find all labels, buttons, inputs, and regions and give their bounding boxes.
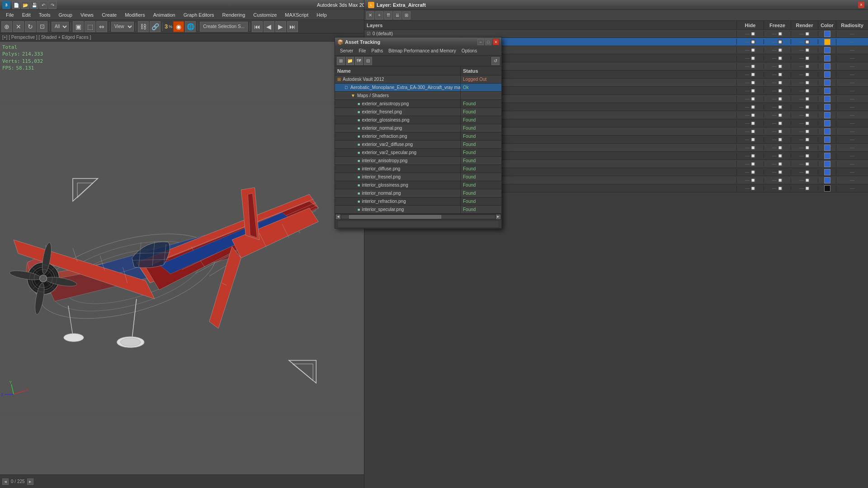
lp-cell-color[interactable] bbox=[818, 96, 836, 102]
at-menu-server[interactable]: Server bbox=[337, 47, 356, 54]
color-swatch[interactable] bbox=[824, 39, 830, 45]
lp-cell-freeze[interactable]: — 🔲 bbox=[764, 161, 791, 166]
color-swatch[interactable] bbox=[824, 120, 830, 127]
selection-filter-dropdown[interactable]: All bbox=[52, 22, 69, 32]
tb-env-icon[interactable]: 🌐 bbox=[185, 21, 196, 32]
color-swatch[interactable] bbox=[824, 128, 830, 135]
view-dropdown[interactable]: View bbox=[111, 22, 134, 32]
lp-tb-down-icon[interactable]: ⇊ bbox=[393, 11, 401, 19]
color-swatch[interactable] bbox=[824, 47, 830, 53]
lp-cell-render[interactable]: — 🔲 bbox=[791, 153, 818, 158]
lp-cell-render[interactable]: — 🔲 bbox=[791, 186, 818, 191]
lp-cell-freeze[interactable]: — 🔲 bbox=[764, 47, 791, 52]
lp-cell-render[interactable]: — 🔲 bbox=[791, 104, 818, 109]
at-row[interactable]: ■ interior_fresnel.png Found bbox=[335, 173, 501, 181]
lp-cell-render[interactable]: — 🔲 bbox=[791, 64, 818, 69]
at-row[interactable]: ⊞ Autodesk Vault 2012 Logged Out bbox=[335, 75, 501, 84]
lp-cell-color[interactable] bbox=[818, 169, 836, 175]
lp-cell-render[interactable]: — 🔲 bbox=[791, 113, 818, 117]
lp-cell-freeze[interactable]: — 🔲 bbox=[764, 113, 791, 117]
at-row[interactable]: ■ exterior_glossiness.png Found bbox=[335, 116, 501, 124]
lp-cell-freeze[interactable]: — 🔲 bbox=[764, 186, 791, 191]
lp-cell-color[interactable] bbox=[818, 112, 836, 118]
lp-cell-hide[interactable]: — 🔲 bbox=[737, 39, 764, 44]
lp-cell-render[interactable]: — 🔲 bbox=[791, 80, 818, 85]
lp-cell-hide[interactable]: — 🔲 bbox=[737, 178, 764, 183]
lp-cell-color[interactable] bbox=[818, 153, 836, 159]
lp-tb-expand-icon[interactable]: ⊞ bbox=[402, 11, 410, 19]
lp-cell-hide[interactable]: — 🔲 bbox=[737, 145, 764, 150]
color-swatch[interactable] bbox=[824, 169, 830, 175]
menu-item-group[interactable]: Group bbox=[55, 11, 76, 19]
menu-item-graph-editors[interactable]: Graph Editors bbox=[180, 11, 218, 19]
at-scroll-right-button[interactable]: ► bbox=[496, 215, 500, 219]
lp-cell-color[interactable] bbox=[818, 136, 836, 143]
color-swatch[interactable] bbox=[824, 136, 830, 143]
at-row[interactable]: ▼ Maps / Shaders bbox=[335, 92, 501, 100]
lp-cell-hide[interactable]: — 🔲 bbox=[737, 186, 764, 191]
at-row[interactable]: ■ interior_anisotropy.png Found bbox=[335, 157, 501, 165]
at-scroll-track[interactable] bbox=[341, 215, 495, 219]
tb-anim3-icon[interactable]: ▶ bbox=[275, 21, 286, 32]
at-tb-map-icon[interactable]: 🗺 bbox=[355, 57, 363, 65]
at-status-input[interactable] bbox=[337, 221, 499, 228]
tb-select-obj-icon[interactable]: ▣ bbox=[73, 21, 84, 32]
color-swatch[interactable] bbox=[824, 31, 830, 37]
at-maximize-button[interactable]: □ bbox=[485, 39, 491, 45]
lp-cell-hide[interactable]: — 🔲 bbox=[737, 88, 764, 93]
lp-cell-color[interactable] bbox=[818, 88, 836, 94]
lp-cell-color[interactable] bbox=[818, 177, 836, 183]
tb-redo-icon[interactable]: ↷ bbox=[48, 1, 57, 9]
tb-save-icon[interactable]: 💾 bbox=[30, 1, 38, 9]
lp-cell-hide[interactable]: — 🔲 bbox=[737, 47, 764, 52]
menu-item-file[interactable]: File bbox=[2, 11, 18, 19]
lp-cell-freeze[interactable]: — 🔲 bbox=[764, 56, 791, 61]
color-swatch[interactable] bbox=[824, 145, 830, 151]
lp-cell-freeze[interactable]: — 🔲 bbox=[764, 104, 791, 109]
tb-select-region-icon[interactable]: ⬚ bbox=[85, 21, 95, 32]
lp-cell-color[interactable] bbox=[818, 161, 836, 167]
lp-cell-hide[interactable]: — 🔲 bbox=[737, 64, 764, 69]
lp-cell-render[interactable]: — 🔲 bbox=[791, 96, 818, 101]
color-swatch[interactable] bbox=[824, 55, 830, 61]
color-swatch[interactable] bbox=[824, 153, 830, 159]
tb-select-icon[interactable]: ⊕ bbox=[1, 21, 12, 32]
color-swatch[interactable] bbox=[824, 104, 830, 110]
menu-item-modifiers[interactable]: Modifiers bbox=[121, 11, 149, 19]
lp-cell-render[interactable]: — 🔲 bbox=[791, 145, 818, 150]
at-tb-refresh-icon[interactable]: ↺ bbox=[491, 57, 500, 65]
tb-rotate-icon[interactable]: ↻ bbox=[25, 21, 36, 32]
lp-cell-color[interactable] bbox=[818, 104, 836, 110]
lp-tb-select-icon[interactable]: ✕ bbox=[366, 11, 374, 19]
lp-cell-freeze[interactable]: — 🔲 bbox=[764, 137, 791, 142]
lp-cell-color[interactable] bbox=[818, 63, 836, 70]
menu-item-rendering[interactable]: Rendering bbox=[219, 11, 249, 19]
at-tb-vault-icon[interactable]: ⊞ bbox=[337, 57, 345, 65]
at-row[interactable]: ■ exterior_normal.png Found bbox=[335, 124, 501, 132]
lp-cell-hide[interactable]: — 🔲 bbox=[737, 72, 764, 77]
lp-cell-freeze[interactable]: — 🔲 bbox=[764, 31, 791, 36]
menu-item-animation[interactable]: Animation bbox=[150, 11, 179, 19]
lp-cell-render[interactable]: — 🔲 bbox=[791, 178, 818, 183]
at-tb-grid-icon[interactable]: ⊟ bbox=[364, 57, 372, 65]
lp-cell-freeze[interactable]: — 🔲 bbox=[764, 72, 791, 77]
at-menu-paths[interactable]: Paths bbox=[369, 47, 386, 54]
menu-item-customize[interactable]: Customize bbox=[250, 11, 280, 19]
at-row[interactable]: ■ interior_normal.png Found bbox=[335, 189, 501, 197]
lp-cell-freeze[interactable]: — 🔲 bbox=[764, 39, 791, 44]
at-row[interactable]: ■ exterior_anisotropy.png Found bbox=[335, 100, 501, 108]
at-row[interactable]: ■ interior_specular.png Found bbox=[335, 206, 501, 214]
lp-cell-hide[interactable]: — 🔲 bbox=[737, 161, 764, 166]
lp-cell-freeze[interactable]: — 🔲 bbox=[764, 145, 791, 150]
color-swatch[interactable] bbox=[824, 80, 830, 86]
at-scroll-thumb[interactable] bbox=[349, 215, 441, 219]
tb-anim2-icon[interactable]: ◀ bbox=[264, 21, 274, 32]
lp-cell-hide[interactable]: — 🔲 bbox=[737, 137, 764, 142]
color-swatch[interactable] bbox=[824, 63, 830, 70]
lp-cell-render[interactable]: — 🔲 bbox=[791, 31, 818, 36]
lp-cell-color[interactable] bbox=[818, 185, 836, 192]
color-swatch[interactable] bbox=[824, 71, 830, 78]
at-scroll-left-button[interactable]: ◄ bbox=[336, 215, 340, 219]
create-selection-set[interactable]: Create Selection S... bbox=[200, 22, 248, 32]
lp-cell-render[interactable]: — 🔲 bbox=[791, 121, 818, 126]
